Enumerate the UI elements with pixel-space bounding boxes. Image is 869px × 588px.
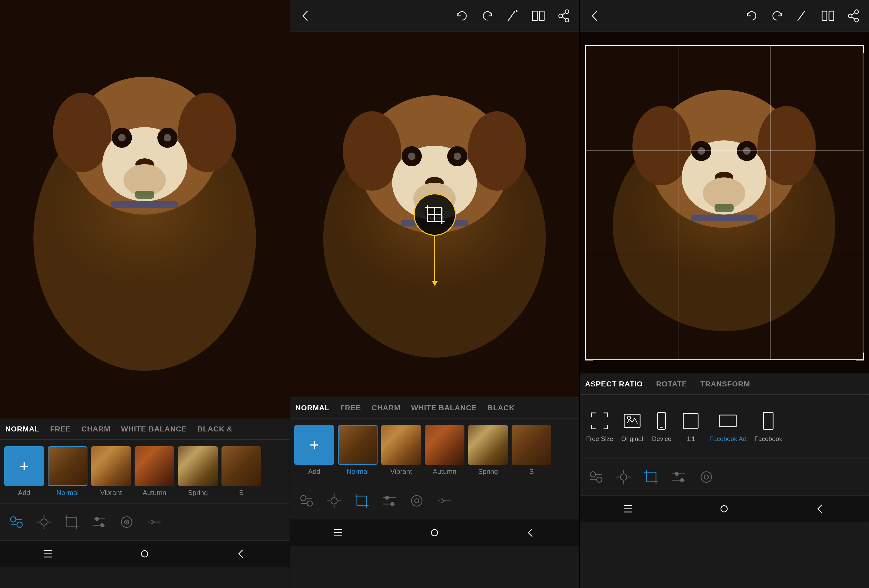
filter-item-spring-2[interactable]: Spring [468,425,508,476]
toolbar-adjust-3[interactable] [615,468,632,486]
filter-item-s-2[interactable]: S [512,425,551,476]
toolbar-sliders-2[interactable] [381,492,398,510]
s-label-2: S [529,468,534,476]
filter-item-spring-1[interactable]: Spring [178,446,218,497]
vibrant-label-1: Vibrant [100,489,122,497]
crop-corner-br[interactable] [856,353,864,360]
tab-charm-1[interactable]: CHARM [82,425,110,433]
thumb-s-2[interactable] [512,425,551,465]
toolbar-crop-3[interactable] [643,468,660,486]
toolbar-filter-2[interactable] [298,492,315,510]
tab-transform[interactable]: TRANSFORM [700,380,750,388]
toolbar-adjust-2[interactable] [326,492,343,510]
thumb-normal-1[interactable] [48,446,87,486]
filter-item-normal-2[interactable]: Normal [338,425,378,476]
crop-corner-bl[interactable] [585,353,593,360]
back-btn-2[interactable] [298,9,313,23]
toolbar-more-2[interactable] [436,492,453,510]
tab-free-2[interactable]: FREE [340,404,361,412]
nav-menu-2[interactable] [331,525,346,541]
nav-menu-1[interactable] [40,546,56,562]
toolbar-heal-3[interactable] [698,468,715,486]
share-btn-3[interactable] [846,9,861,23]
toolbar-crop-1[interactable] [63,514,80,530]
thumb-s-1[interactable] [221,446,261,486]
tab-charm-2[interactable]: CHARM [372,404,400,412]
redo-btn-3[interactable] [770,9,784,23]
thumb-normal-2[interactable] [338,425,378,465]
nav-home-2[interactable] [427,525,442,541]
magic-btn-3[interactable] [795,9,810,23]
crop-corner-tr[interactable] [856,45,864,53]
crop-corner-tl[interactable] [585,45,593,53]
dim-top [580,32,869,45]
aspect-device[interactable]: Device [651,410,672,443]
tab-black-2[interactable]: BLACK [488,404,515,412]
dim-bottom [580,360,869,373]
plus-icon-1: + [19,458,29,474]
toolbar-more-1[interactable] [146,514,163,530]
add-filter-btn-1[interactable]: + [4,446,44,486]
nav-home-1[interactable] [137,546,153,562]
aspect-1-1[interactable]: 1:1 [680,410,701,443]
add-filter-btn-2[interactable]: + [294,425,334,465]
filter-item-autumn-1[interactable]: Autumn [135,446,174,497]
nav-menu-3[interactable] [620,501,636,517]
svg-rect-37 [141,551,148,557]
filter-item-add-2[interactable]: + Add [294,425,334,476]
filter-item-normal-1[interactable]: Normal [48,446,87,497]
tab-free-1[interactable]: FREE [50,425,71,433]
share-btn-2[interactable] [556,9,571,23]
filter-item-add-1[interactable]: + Add [4,446,44,497]
nav-back-3[interactable] [813,501,829,517]
aspect-free-size[interactable]: Free Size [586,410,613,443]
svg-point-129 [675,472,678,475]
toolbar-filter-3[interactable] [588,468,605,486]
filter-item-s-1[interactable]: S [221,446,261,497]
filter-item-vibrant-2[interactable]: Vibrant [381,425,421,476]
svg-rect-41 [532,11,537,21]
toolbar-filter-1[interactable] [8,514,25,530]
thumb-vibrant-2[interactable] [381,425,421,465]
tab-black-1[interactable]: BLACK & [197,425,233,433]
nav-home-3[interactable] [716,501,732,517]
svg-point-26 [95,517,99,520]
tab-normal-1[interactable]: NORMAL [5,425,40,433]
tab-aspect-ratio[interactable]: ASPECT RATIO [585,380,643,388]
filter-item-autumn-2[interactable]: Autumn [425,425,464,476]
undo-btn-3[interactable] [744,9,759,23]
svg-point-122 [620,474,627,480]
toolbar-adjust-1[interactable] [36,514,52,530]
toolbar-heal-1[interactable] [118,514,135,530]
crop-overlay-icon[interactable] [414,193,456,236]
tab-white-balance-1[interactable]: WHITE BALANCE [121,425,187,433]
compare-btn-2[interactable] [531,9,546,23]
magic-btn-2[interactable] [506,9,521,23]
thumb-vibrant-1[interactable] [91,446,131,486]
thumb-autumn-1[interactable] [135,446,174,486]
tab-white-balance-2[interactable]: WHITE BALANCE [411,404,477,412]
thumb-autumn-2[interactable] [425,425,464,465]
thumb-spring-2[interactable] [468,425,508,465]
aspect-facebook[interactable]: Facebook [755,410,782,443]
toolbar-sliders-3[interactable] [670,468,687,486]
filter-item-vibrant-1[interactable]: Vibrant [91,446,131,497]
toolbar-sliders-1[interactable] [90,514,108,530]
thumb-spring-1[interactable] [178,446,218,486]
toolbar-crop-2[interactable] [353,492,370,510]
tab-normal-2[interactable]: NORMAL [295,404,329,412]
aspect-facebook-ad[interactable]: Facebook Ad [709,410,746,443]
undo-btn-2[interactable] [455,9,470,23]
redo-btn-2[interactable] [480,9,495,23]
aspect-original[interactable]: Original [621,410,643,443]
back-btn-3[interactable] [588,9,602,23]
nav-back-2[interactable] [523,525,539,541]
spring-label-2: Spring [478,468,498,476]
nav-back-1[interactable] [233,546,249,562]
panel-crop: NORMAL FREE CHARM WHITE BALANCE BLACK + … [289,0,579,588]
toolbar-heal-2[interactable] [408,492,425,510]
svg-point-7 [118,134,126,141]
tab-rotate[interactable]: ROTATE [656,380,687,388]
header-2 [290,0,579,32]
compare-btn-3[interactable] [820,9,835,23]
